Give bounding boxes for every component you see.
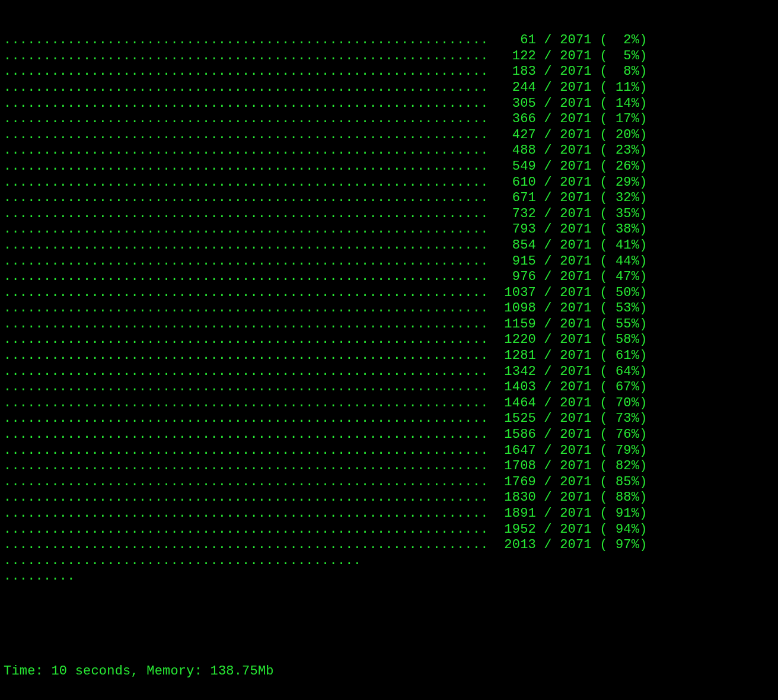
summary-time-memory: Time: 10 seconds, Memory: 138.75Mb — [4, 664, 774, 680]
memory-label: Memory: — [146, 664, 202, 679]
time-value: 10 seconds — [51, 664, 130, 679]
terminal-output: ........................................… — [0, 0, 778, 700]
time-label: Time: — [4, 664, 43, 679]
blank-line-1 — [4, 616, 774, 632]
memory-value: 138.75Mb — [211, 664, 274, 679]
test-progress-block: ........................................… — [4, 33, 774, 585]
